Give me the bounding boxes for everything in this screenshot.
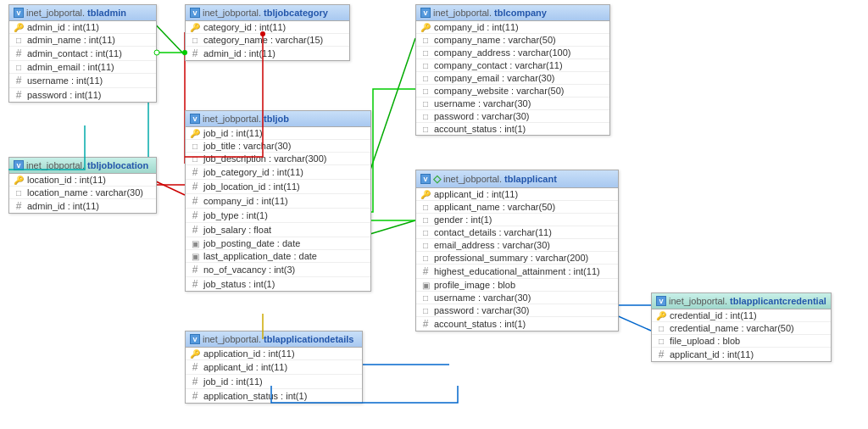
tbljobcategory-v-icon: v <box>190 8 200 18</box>
field-text: company_name : varchar(50) <box>434 35 556 45</box>
hash-icon: # <box>190 47 200 59</box>
table-tblcompany[interactable]: v inet_jobportal.tblcompany 🔑 company_id… <box>415 4 610 136</box>
tbljoblocation-row-1: □ location_name : varchar(30) <box>9 187 156 199</box>
tbljoblocation-name: tbljoblocation <box>87 160 148 170</box>
hash-icon: # <box>420 318 431 330</box>
tbljob-row-2: □ job_description : varchar(300) <box>186 153 370 165</box>
field-text: username : varchar(30) <box>434 98 531 109</box>
tblapplicationdetails-row-0: 🔑 application_id : int(11) <box>186 348 362 360</box>
tblcompany-row-6: □ username : varchar(30) <box>416 98 609 110</box>
tblcompany-row-2: □ company_address : varchar(100) <box>416 47 609 59</box>
field-text: admin_id : int(11) <box>27 201 99 211</box>
tbljob-row-1: □ job_title : varchar(30) <box>186 140 370 153</box>
field-text: job_salary : float <box>203 225 271 235</box>
field-text: applicant_name : varchar(50) <box>434 202 555 212</box>
field-icon: □ <box>420 36 431 45</box>
schema-label: inet_jobportal. <box>26 160 85 170</box>
tbljoblocation-row-0: 🔑 location_id : int(11) <box>9 174 156 187</box>
field-text: job_title : varchar(30) <box>203 141 291 151</box>
field-text: admin_id : int(11) <box>27 22 99 32</box>
table-tblapplicationdetails[interactable]: v inet_jobportal.tblapplicationdetails 🔑… <box>185 331 363 404</box>
tbladmin-schema: inet_jobportal. <box>26 8 85 18</box>
tblcompany-row-0: 🔑 company_id : int(11) <box>416 21 609 34</box>
tblcompany-row-7: □ password : varchar(30) <box>416 110 609 123</box>
field-text: professional_summary : varchar(200) <box>434 253 588 263</box>
table-tblapplicantcredential[interactable]: v inet_jobportal.tblapplicantcredential … <box>651 292 832 362</box>
tbljob-row-7: # job_salary : float <box>186 223 370 237</box>
field-text: company_email : varchar(30) <box>434 73 554 83</box>
tbljobcategory-row-2: # admin_id : int(11) <box>186 47 349 60</box>
field-text: company_website : varchar(50) <box>434 86 564 96</box>
field-icon: □ <box>420 306 431 315</box>
field-text: application_id : int(11) <box>203 348 295 359</box>
field-text: location_id : int(11) <box>27 175 106 185</box>
tbladmin-row-5: # password : int(11) <box>9 88 156 102</box>
field-text: company_contact : varchar(11) <box>434 60 563 70</box>
field-text: category_id : int(11) <box>203 22 286 32</box>
field-icon: □ <box>420 112 431 121</box>
tblapplicantcredential-name: tblapplicantcredential <box>730 296 826 306</box>
field-icon: □ <box>420 254 431 263</box>
tblapplicant-row-0: 🔑 applicant_id : int(11) <box>416 188 618 201</box>
key-icon: 🔑 <box>190 129 200 138</box>
tblapplicantcredential-row-1: □ credential_name : varchar(50) <box>652 322 831 335</box>
table-tbljoblocation[interactable]: v inet_jobportal.tbljoblocation 🔑 locati… <box>8 157 157 214</box>
field-text: last_application_date : date <box>203 251 317 261</box>
key-icon: 🔑 <box>420 190 431 199</box>
tblcompany-row-5: □ company_website : varchar(50) <box>416 85 609 98</box>
schema-label: inet_jobportal. <box>203 8 261 18</box>
field-text: account_status : int(1) <box>434 124 526 134</box>
tbladmin-row-1: □ admin_name : int(11) <box>9 34 156 47</box>
table-tblapplicant[interactable]: v ◇ inet_jobportal.tblapplicant 🔑 applic… <box>415 170 619 332</box>
field-text: admin_email : int(11) <box>27 62 114 72</box>
tbljob-row-8: ▣ job_posting_date : date <box>186 237 370 250</box>
tbljob-row-0: 🔑 job_id : int(11) <box>186 127 370 140</box>
tblapplicationdetails-v-icon: v <box>190 334 200 344</box>
hash-icon: # <box>14 75 24 86</box>
table-tbljob[interactable]: v inet_jobportal.tbljob 🔑 job_id : int(1… <box>185 110 371 292</box>
field-text: job_description : varchar(300) <box>203 153 327 164</box>
tblapplicant-row-6: # highest_educational_attainment : int(1… <box>416 265 618 279</box>
hash-icon: # <box>190 224 200 236</box>
field-text: password : int(11) <box>27 90 101 100</box>
field-text: profile_image : blob <box>434 280 515 290</box>
hash-icon: # <box>190 166 200 178</box>
tblapplicantcredential-header: v inet_jobportal.tblapplicantcredential <box>652 293 831 309</box>
tblapplicant-row-2: □ gender : int(1) <box>416 214 618 226</box>
field-text: admin_name : int(11) <box>27 35 115 45</box>
tbljob-row-3: # job_category_id : int(11) <box>186 165 370 180</box>
tblapplicationdetails-header: v inet_jobportal.tblapplicationdetails <box>186 332 362 348</box>
field-text: applicant_id : int(11) <box>203 362 287 372</box>
field-text: job_id : int(11) <box>203 376 263 387</box>
hash-icon: # <box>190 390 200 402</box>
hash-icon: # <box>190 195 200 207</box>
tblapplicant-name: tblapplicant <box>504 174 557 184</box>
tbljoblocation-header: v inet_jobportal.tbljoblocation <box>9 158 156 174</box>
field-text: company_id : int(11) <box>434 22 519 32</box>
schema-label: inet_jobportal. <box>203 334 261 344</box>
tbladmin-v-icon: v <box>14 8 24 18</box>
schema-label: inet_jobportal. <box>433 8 492 18</box>
field-icon: □ <box>14 188 24 198</box>
table-tbladmin[interactable]: v inet_jobportal.tbladmin 🔑 admin_id : i… <box>8 4 157 103</box>
tbljob-row-10: # no_of_vacancy : int(3) <box>186 263 370 277</box>
tblapplicantcredential-row-2: □ file_upload : blob <box>652 335 831 348</box>
tblapplicant-header: v ◇ inet_jobportal.tblapplicant <box>416 170 618 188</box>
field-text: password : varchar(30) <box>434 111 530 121</box>
field-text: applicant_id : int(11) <box>434 189 518 199</box>
field-icon: □ <box>420 228 431 237</box>
tblapplicationdetails-name: tblapplicationdetails <box>264 334 353 344</box>
tbljobcategory-row-0: 🔑 category_id : int(11) <box>186 21 349 34</box>
field-text: category_name : varchar(15) <box>203 35 323 45</box>
key-icon: 🔑 <box>656 311 666 320</box>
field-text: job_type : int(1) <box>203 210 268 220</box>
hash-icon: # <box>190 209 200 221</box>
field-icon: □ <box>420 293 431 303</box>
tbladmin-header: v inet_jobportal.tbladmin <box>9 5 156 21</box>
field-text: credential_id : int(11) <box>670 310 757 320</box>
table-tbljobcategory[interactable]: v inet_jobportal.tbljobcategory 🔑 catego… <box>185 4 350 61</box>
tbljob-row-6: # job_type : int(1) <box>186 209 370 223</box>
tbljob-row-5: # company_id : int(11) <box>186 194 370 209</box>
field-text: application_status : int(1) <box>203 391 307 401</box>
field-icon: □ <box>14 36 24 45</box>
